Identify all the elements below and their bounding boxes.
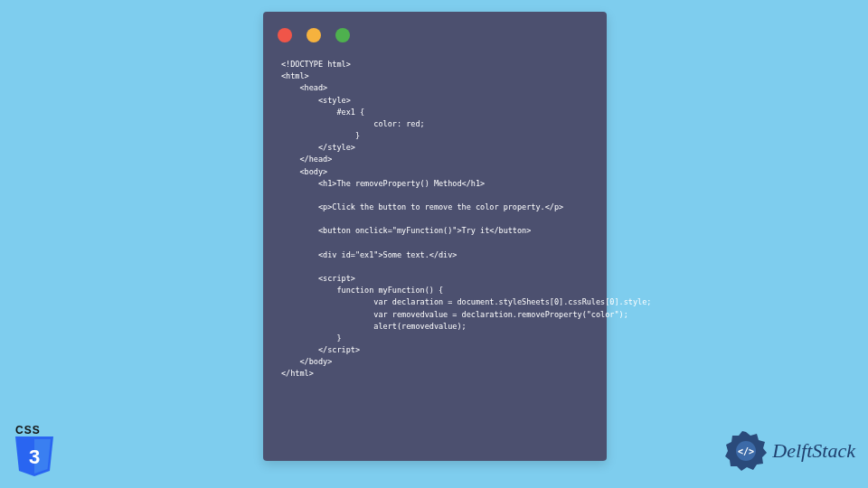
close-icon[interactable]	[278, 28, 292, 42]
svg-text:</>: </>	[738, 446, 754, 456]
maximize-icon[interactable]	[335, 28, 350, 42]
css3-logo: CSS 3	[12, 424, 57, 476]
code-content: <!DOCTYPE html> <html> <head> <style> #e…	[263, 42, 607, 399]
minimize-icon[interactable]	[307, 28, 321, 42]
css-logo-number: 3	[29, 446, 40, 468]
css-logo-label: CSS	[15, 424, 41, 436]
delftstack-text: DelftStack	[772, 439, 855, 463]
window-traffic-lights	[263, 12, 607, 42]
delftstack-logo: </> DelftStack	[725, 430, 855, 472]
css-shield-icon: 3	[12, 436, 57, 476]
delftstack-gear-icon: </>	[725, 430, 767, 472]
code-editor-window: <!DOCTYPE html> <html> <head> <style> #e…	[263, 12, 607, 461]
